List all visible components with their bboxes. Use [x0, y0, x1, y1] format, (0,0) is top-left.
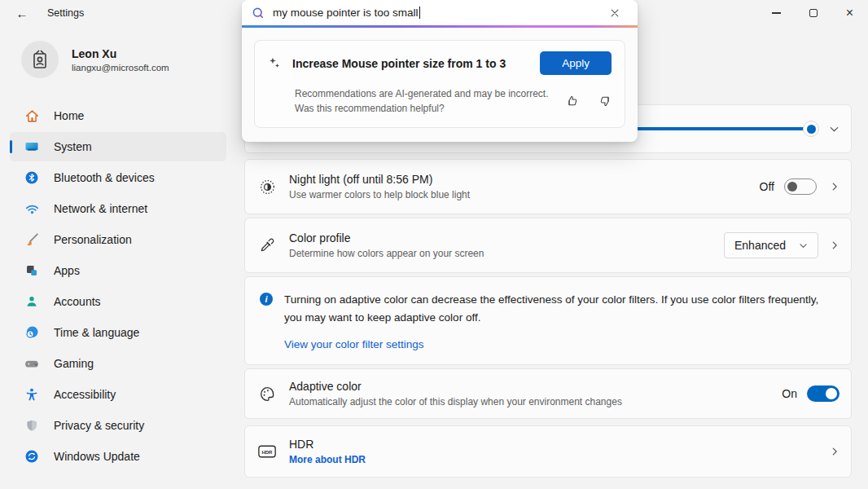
- sidebar-item-system[interactable]: System: [10, 132, 226, 161]
- sidebar-item-home[interactable]: Home: [10, 101, 226, 130]
- sidebar-item-network-internet[interactable]: Network & internet: [10, 194, 226, 223]
- display-settings-panel: Night light (off until 8:56 PM) Use warm…: [244, 104, 852, 478]
- night-light-chevron[interactable]: [830, 182, 840, 192]
- thumbs-down-icon: [598, 95, 612, 108]
- recommendation-card: Increase Mouse pointer size from 1 to 3 …: [254, 40, 625, 128]
- home-icon: [24, 108, 40, 124]
- color-profile-select[interactable]: Enhanced: [724, 232, 818, 258]
- recommendation-disclaimer: Recommendations are AI-generated and may…: [295, 86, 566, 116]
- adaptive-color-row: Adaptive color Automatically adjust the …: [244, 368, 852, 419]
- chevron-down-icon: [829, 124, 840, 134]
- palette-icon: [258, 385, 276, 403]
- update-icon: [24, 448, 40, 465]
- accessibility-person-icon: [24, 386, 40, 403]
- svg-text:HDR: HDR: [262, 450, 274, 455]
- sidebar-nav: Home System Bluetooth & devices Network …: [0, 101, 236, 471]
- sidebar-item-time-language[interactable]: Time & language: [10, 318, 226, 347]
- sidebar-item-bluetooth-devices[interactable]: Bluetooth & devices: [10, 163, 226, 192]
- minimize-button[interactable]: [758, 0, 795, 26]
- more-about-hdr-link[interactable]: More about HDR: [289, 454, 366, 465]
- search-bar[interactable]: my mouse pointer is too small: [242, 0, 638, 25]
- clock-globe-icon: [24, 324, 40, 341]
- system-icon: [24, 139, 40, 155]
- sidebar-item-privacy-security[interactable]: Privacy & security: [10, 411, 226, 440]
- slider-thumb[interactable]: [803, 121, 819, 137]
- chevron-right-icon: [830, 182, 840, 192]
- night-light-row[interactable]: Night light (off until 8:56 PM) Use warm…: [244, 159, 852, 214]
- close-icon: ×: [846, 7, 853, 20]
- person-icon: [24, 293, 40, 310]
- color-profile-title: Color profile: [289, 231, 484, 244]
- search-flyout: my mouse pointer is too small Increase M…: [242, 0, 638, 142]
- hdr-chevron[interactable]: [830, 447, 840, 456]
- hdr-title: HDR: [289, 438, 366, 451]
- search-clear-button[interactable]: [610, 8, 628, 18]
- hdr-row[interactable]: HDR HDR More about HDR: [244, 425, 852, 478]
- profile-email: liangxu@microsoft.com: [72, 63, 169, 73]
- sidebar-item-gaming[interactable]: Gaming: [10, 349, 226, 378]
- shield-icon: [24, 417, 40, 434]
- search-icon: [252, 7, 265, 20]
- bluetooth-icon: [24, 170, 40, 186]
- profile-name: Leon Xu: [72, 47, 169, 60]
- expand-button[interactable]: [829, 124, 840, 134]
- user-profile[interactable]: Leon Xu liangxu@microsoft.com: [21, 41, 236, 78]
- apply-button[interactable]: Apply: [540, 51, 612, 75]
- color-profile-chevron[interactable]: [830, 240, 840, 250]
- wifi-icon: [24, 200, 40, 217]
- thumbs-up-icon: [566, 95, 579, 108]
- chevron-down-icon: [799, 241, 808, 250]
- hdr-icon: HDR: [258, 443, 276, 460]
- eyedropper-icon: [258, 236, 276, 254]
- thumbs-up-button[interactable]: [566, 95, 579, 108]
- recommendation-title: Increase Mouse pointer size from 1 to 3: [292, 57, 506, 70]
- back-button[interactable]: ←: [7, 1, 37, 25]
- avatar: [21, 41, 59, 78]
- info-icon: i: [260, 293, 273, 306]
- search-input[interactable]: my mouse pointer is too small: [273, 7, 420, 19]
- sidebar-item-apps[interactable]: Apps: [10, 256, 226, 285]
- adaptive-color-notice: i Turning on adaptive color can decrease…: [244, 276, 852, 365]
- sparkle-icon: [268, 56, 282, 70]
- adaptive-color-subtitle: Automatically adjust the color of this d…: [289, 396, 622, 408]
- select-chevron: [799, 241, 808, 250]
- sidebar-item-windows-update[interactable]: Windows Update: [10, 442, 226, 471]
- night-light-toggle[interactable]: [784, 178, 817, 195]
- color-profile-row[interactable]: Color profile Determine how colors appea…: [244, 218, 852, 273]
- night-light-title: Night light (off until 8:56 PM): [289, 173, 470, 186]
- night-light-subtitle: Use warmer colors to help block blue lig…: [289, 189, 470, 200]
- sidebar-item-accessibility[interactable]: Accessibility: [10, 380, 226, 409]
- thumbs-down-button[interactable]: [598, 95, 612, 108]
- adaptive-color-title: Adaptive color: [289, 380, 622, 393]
- back-arrow-icon: ←: [16, 7, 28, 20]
- chevron-right-icon: [830, 447, 840, 456]
- night-light-icon: [258, 178, 276, 196]
- sidebar-item-accounts[interactable]: Accounts: [10, 287, 226, 316]
- color-profile-subtitle: Determine how colors appear on your scre…: [289, 248, 484, 259]
- chevron-right-icon: [830, 240, 840, 250]
- close-icon: [610, 8, 620, 18]
- window-controls: ×: [758, 0, 868, 26]
- maximize-icon: [809, 9, 818, 17]
- contact-card-icon: [29, 49, 50, 70]
- apps-icon: [24, 262, 40, 279]
- toggle-knob: [787, 182, 797, 192]
- minimize-icon: [772, 12, 781, 13]
- close-button[interactable]: ×: [831, 0, 868, 26]
- color-profile-selected-value: Enhanced: [734, 239, 786, 252]
- toggle-knob: [826, 388, 837, 399]
- brush-icon: [24, 231, 40, 248]
- adaptive-color-toggle-label: On: [782, 387, 797, 400]
- gamepad-icon: [24, 355, 40, 372]
- window-title: Settings: [47, 7, 84, 19]
- night-light-toggle-label: Off: [760, 180, 774, 193]
- adaptive-color-toggle[interactable]: [807, 385, 840, 402]
- notice-text: Turning on adaptive color can decrease t…: [284, 291, 831, 326]
- text-caret: [419, 7, 420, 19]
- sidebar-item-personalization[interactable]: Personalization: [10, 225, 226, 254]
- color-filter-settings-link[interactable]: View your color filter settings: [284, 338, 424, 350]
- maximize-button[interactable]: [795, 0, 831, 26]
- sidebar: Leon Xu liangxu@microsoft.com Home Syste…: [0, 26, 236, 489]
